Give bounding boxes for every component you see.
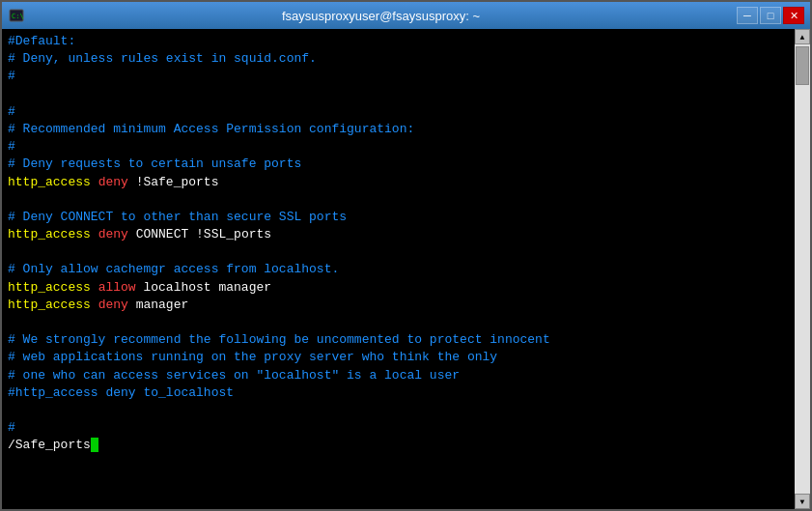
line-17 xyxy=(8,314,789,331)
title-bar: C:\ fsaysusproxyuser@fsaysusproxy: ~ ─ □… xyxy=(2,2,810,29)
scroll-down-arrow[interactable]: ▼ xyxy=(795,494,810,509)
line-4 xyxy=(8,86,789,103)
line-6: # Recommended minimum Access Permission … xyxy=(8,121,789,138)
line-9: http_access deny !Safe_ports xyxy=(8,174,789,191)
line-19: # web applications running on the proxy … xyxy=(8,349,789,366)
line-13 xyxy=(8,243,789,261)
line-12: http_access deny CONNECT !SSL_ports xyxy=(8,226,789,243)
maximize-button[interactable]: □ xyxy=(760,7,781,24)
line-20: # one who can access services on "localh… xyxy=(8,367,789,384)
line-3: # xyxy=(8,68,789,85)
terminal-window: C:\ fsaysusproxyuser@fsaysusproxy: ~ ─ □… xyxy=(0,0,812,511)
window-controls: ─ □ ✕ xyxy=(737,7,804,24)
line-11: # Deny CONNECT to other than secure SSL … xyxy=(8,209,789,226)
line-22 xyxy=(8,402,789,419)
svg-text:C:\: C:\ xyxy=(12,13,24,20)
line-7: # xyxy=(8,138,789,156)
scroll-thumb[interactable] xyxy=(796,46,809,85)
line-23: # xyxy=(8,419,789,437)
line-15: http_access allow localhost manager xyxy=(8,279,789,297)
scroll-track[interactable] xyxy=(795,44,810,494)
line-21: #http_access deny to_localhost xyxy=(8,384,789,402)
line-14: # Only allow cachemgr access from localh… xyxy=(8,261,789,278)
line-18: # We strongly recommend the following be… xyxy=(8,331,789,349)
scroll-up-arrow[interactable]: ▲ xyxy=(795,29,810,44)
minimize-button[interactable]: ─ xyxy=(737,7,758,24)
scrollbar-vertical[interactable]: ▲ ▼ xyxy=(795,29,810,509)
cursor xyxy=(91,438,98,452)
close-button[interactable]: ✕ xyxy=(783,7,804,24)
window-title: fsaysusproxyuser@fsaysusproxy: ~ xyxy=(25,9,737,23)
line-2: # Deny, unless rules exist in squid.conf… xyxy=(8,50,789,68)
terminal-output[interactable]: #Default: # Deny, unless rules exist in … xyxy=(2,29,795,509)
line-5: # xyxy=(8,103,789,121)
line-8: # Deny requests to certain unsafe ports xyxy=(8,156,789,173)
line-24: /Safe_ports xyxy=(8,437,789,454)
terminal-icon: C:\ xyxy=(8,7,25,24)
line-16: http_access deny manager xyxy=(8,297,789,314)
line-10 xyxy=(8,191,789,209)
terminal-container: #Default: # Deny, unless rules exist in … xyxy=(2,29,810,509)
line-1: #Default: xyxy=(8,33,789,50)
